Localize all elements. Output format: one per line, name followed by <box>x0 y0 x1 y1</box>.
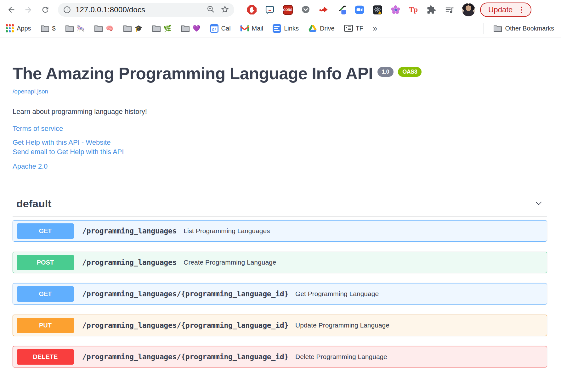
bookmark-folder-carousel[interactable]: 🎠 <box>65 25 85 32</box>
page-info-icon[interactable] <box>63 6 71 14</box>
bookmark-label: Drive <box>320 25 335 32</box>
api-operation-row[interactable]: DELETE /programming_languages/{programmi… <box>13 346 547 367</box>
endpoint-path: /programming_languages <box>82 258 177 266</box>
adblock-extension-icon[interactable]: ✋ <box>247 5 257 15</box>
bookmark-mail[interactable]: Mail <box>240 24 264 33</box>
tp-extension-icon[interactable]: Tp <box>408 5 418 15</box>
http-method-badge[interactable]: POST <box>17 255 74 270</box>
url-text[interactable]: 127.0.0.1:8000/docs <box>76 5 145 14</box>
zoom-out-icon[interactable] <box>207 5 215 15</box>
address-bar[interactable]: 127.0.0.1:8000/docs <box>58 3 234 17</box>
api-links: Terms of service Get Help with this API … <box>13 125 547 170</box>
api-operation-row[interactable]: POST /programming_languages Create Progr… <box>13 252 547 273</box>
folder-icon <box>493 25 502 32</box>
bookmark-tf[interactable]: TF <box>344 24 363 33</box>
docs-links-icon <box>273 24 281 33</box>
extensions-row: ✋ CORS Tp <box>247 5 454 15</box>
bookmark-label: $ <box>52 25 56 32</box>
bookmarks-divider <box>484 23 484 34</box>
bookmark-label: Cal <box>221 25 231 32</box>
endpoint-summary: Create Programming Language <box>184 259 276 266</box>
endpoint-path: /programming_languages/{programming_lang… <box>82 353 288 361</box>
section-collapse-button[interactable] <box>530 199 547 208</box>
swagger-ui-page: The Amazing Programming Language Info AP… <box>0 37 561 367</box>
bookmark-folder-heart[interactable]: 💜 <box>181 25 201 32</box>
bookmark-label: 🌿 <box>164 25 172 32</box>
apps-grid-icon <box>6 24 14 32</box>
endpoint-summary: Get Programming Language <box>295 290 379 298</box>
endpoint-summary: List Programming Languages <box>184 227 270 235</box>
bookmark-folder-herb[interactable]: 🌿 <box>152 25 172 32</box>
bookmark-label: Other Bookmarks <box>505 25 554 32</box>
browser-toolbar: 127.0.0.1:8000/docs ✋ CORS <box>0 0 561 20</box>
endpoint-summary: Delete Programming Language <box>295 353 387 361</box>
folder-icon <box>152 25 161 32</box>
color-picker-extension-icon[interactable] <box>337 5 347 15</box>
folder-icon <box>123 25 132 32</box>
gmail-icon <box>240 24 249 33</box>
bookmark-label: Links <box>284 25 299 32</box>
section-divider <box>13 216 547 216</box>
api-operation-row[interactable]: PUT /programming_languages/{programming_… <box>13 315 547 336</box>
cors-extension-icon[interactable]: CORS <box>283 5 293 15</box>
bookmark-label: Mail <box>252 25 264 32</box>
bookmark-label: 🎓 <box>135 25 143 32</box>
card-note-icon <box>344 24 353 33</box>
drive-icon <box>308 24 317 33</box>
api-description: Learn about programming language history… <box>13 108 547 116</box>
tag-section-header[interactable]: default <box>13 198 547 210</box>
operations-list: GET /programming_languages List Programm… <box>13 220 547 367</box>
folder-icon <box>65 25 74 32</box>
api-operation-row[interactable]: GET /programming_languages/{programming_… <box>13 283 547 305</box>
license-link[interactable]: Apache 2.0 <box>13 163 48 170</box>
profile-avatar[interactable] <box>462 3 475 16</box>
http-method-badge[interactable]: DELETE <box>17 349 74 365</box>
bookmark-label: Apps <box>17 25 31 32</box>
terms-of-service-link[interactable]: Terms of service <box>13 125 63 132</box>
video-camera-extension-icon[interactable] <box>354 5 365 15</box>
browser-menu-icon[interactable]: ⋮ <box>518 5 525 14</box>
chat-bubble-extension-icon[interactable] <box>265 5 275 15</box>
chevron-double-right-icon: » <box>373 24 377 33</box>
bookmark-label: TF <box>356 25 363 32</box>
bookmark-links[interactable]: Links <box>273 24 299 33</box>
extensions-puzzle-icon[interactable] <box>426 5 436 15</box>
bookmark-calendar[interactable]: 27 Cal <box>210 24 231 33</box>
endpoint-path: /programming_languages/{programming_lang… <box>82 290 288 298</box>
chevron-down-icon <box>535 199 543 207</box>
bookmark-folder-school[interactable]: 🎓 <box>123 25 143 32</box>
http-method-badge[interactable]: PUT <box>17 318 74 333</box>
recycle-flower-extension-icon[interactable] <box>390 5 400 15</box>
api-operation-row[interactable]: GET /programming_languages List Programm… <box>13 220 547 242</box>
bookmark-apps[interactable]: Apps <box>6 24 31 32</box>
update-label: Update <box>488 5 513 14</box>
bookmark-label: 🎠 <box>77 25 85 32</box>
http-method-badge[interactable]: GET <box>17 223 74 239</box>
bookmark-star-icon[interactable] <box>221 5 229 15</box>
http-method-badge[interactable]: GET <box>17 286 74 302</box>
pocket-extension-icon[interactable] <box>301 5 311 15</box>
other-bookmarks-button[interactable]: Other Bookmarks <box>493 25 554 32</box>
calendar-icon: 27 <box>210 24 218 33</box>
bookmark-folder-brain[interactable]: 🧠 <box>94 25 114 32</box>
oas3-badge: OAS3 <box>398 67 422 77</box>
bookmarks-bar: Apps $ 🎠 🧠 🎓 🌿 💜 27 Cal Mail Links <box>0 20 561 37</box>
react-devtools-extension-icon[interactable] <box>372 5 382 15</box>
contact-website-link[interactable]: Get Help with this API - Website <box>13 139 110 146</box>
api-title-text: The Amazing Programming Language Info AP… <box>13 64 373 83</box>
bookmark-drive[interactable]: Drive <box>308 24 335 33</box>
bookmark-folder-money[interactable]: $ <box>41 25 56 32</box>
bookmarks-overflow-button[interactable]: » <box>373 24 377 33</box>
contact-email-link[interactable]: Send email to Get Help with this API <box>13 148 124 155</box>
forward-button[interactable] <box>22 3 35 16</box>
bookmark-label: 🧠 <box>106 25 114 32</box>
reload-icon <box>41 5 50 14</box>
endpoint-path: /programming_languages/{programming_lang… <box>82 321 288 329</box>
back-button[interactable] <box>5 3 18 16</box>
openapi-spec-link[interactable]: /openapi.json <box>13 88 48 95</box>
reload-button[interactable] <box>39 3 52 16</box>
endpoint-summary: Update Programming Language <box>295 322 389 329</box>
chrome-update-button[interactable]: Update ⋮ <box>480 3 531 17</box>
share-arrow-extension-icon[interactable] <box>319 5 329 15</box>
music-playlist-extension-icon[interactable] <box>444 5 454 15</box>
